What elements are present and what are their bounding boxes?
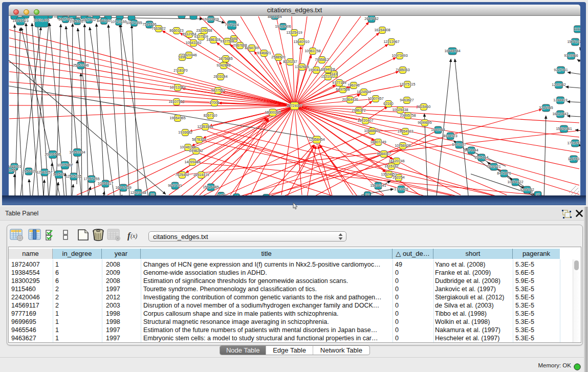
svg-text:7663822: 7663822 <box>151 27 165 30</box>
svg-text:8660123: 8660123 <box>169 29 183 32</box>
svg-text:9329966: 9329966 <box>564 54 578 57</box>
svg-text:10975867: 10975867 <box>57 163 73 167</box>
svg-text:2588520: 2588520 <box>271 55 285 59</box>
svg-text:99: 99 <box>150 193 155 195</box>
svg-text:8813054: 8813054 <box>268 16 281 18</box>
svg-text:10046788: 10046788 <box>180 145 195 149</box>
svg-text:6497568: 6497568 <box>336 87 350 91</box>
svg-text:16782759: 16782759 <box>115 186 131 189</box>
svg-text:12213967: 12213967 <box>383 40 399 43</box>
svg-text:1733426: 1733426 <box>394 187 408 191</box>
svg-text:10654122: 10654122 <box>507 180 523 184</box>
svg-text:25053346: 25053346 <box>73 63 89 67</box>
svg-text:746246: 746246 <box>347 83 359 87</box>
svg-text:15720407: 15720407 <box>357 119 373 122</box>
svg-text:17006: 17006 <box>209 101 220 104</box>
svg-text:13975115: 13975115 <box>400 82 416 86</box>
svg-text:10756928: 10756928 <box>395 144 410 147</box>
svg-text:114519: 114519 <box>53 172 65 176</box>
svg-text:13640910: 13640910 <box>293 40 309 43</box>
svg-text:9474444: 9474444 <box>464 148 478 152</box>
svg-text:8465001: 8465001 <box>9 165 21 168</box>
svg-text:16648784: 16648784 <box>444 49 460 53</box>
svg-text:1498242: 1498242 <box>189 149 203 152</box>
svg-text:2803144: 2803144 <box>213 75 227 78</box>
svg-text:3215955: 3215955 <box>539 106 553 110</box>
svg-text:1362615: 1362615 <box>295 65 309 69</box>
svg-text:2935114: 2935114 <box>475 156 489 159</box>
svg-text:12213383: 12213383 <box>169 85 185 89</box>
svg-text:8267110: 8267110 <box>204 114 217 117</box>
svg-text:12353594: 12353594 <box>197 125 213 128</box>
svg-text:1244419: 1244419 <box>553 98 567 102</box>
svg-text:9657791: 9657791 <box>168 184 182 187</box>
svg-text:19218506: 19218506 <box>275 25 291 28</box>
svg-text:3186328: 3186328 <box>206 38 220 41</box>
svg-text:7955812: 7955812 <box>315 58 329 61</box>
svg-text:6479197: 6479197 <box>452 143 466 146</box>
svg-text:143: 143 <box>331 72 337 76</box>
svg-text:8220237: 8220237 <box>283 60 297 63</box>
svg-text:9684067: 9684067 <box>377 152 390 156</box>
svg-text:10: 10 <box>234 195 238 195</box>
svg-text:8454749: 8454749 <box>245 46 258 50</box>
svg-text:7485063: 7485063 <box>396 68 409 72</box>
svg-text:10961758: 10961758 <box>304 49 320 53</box>
svg-text:16107552: 16107552 <box>168 100 184 103</box>
svg-text:1527602: 1527602 <box>82 18 96 21</box>
svg-text:12156829: 12156829 <box>20 169 36 173</box>
svg-text:10958117: 10958117 <box>98 182 114 185</box>
svg-text:7515536: 7515536 <box>142 23 156 26</box>
svg-text:13325419: 13325419 <box>286 31 302 34</box>
svg-text:19654923: 19654923 <box>397 129 413 133</box>
svg-text:9699695: 9699695 <box>418 121 431 124</box>
svg-text:19654965: 19654965 <box>169 116 185 120</box>
svg-text:17359934: 17359934 <box>69 150 85 154</box>
svg-text:9463627: 9463627 <box>400 98 413 102</box>
svg-text:20691406: 20691406 <box>33 18 49 22</box>
svg-text:9242848: 9242848 <box>216 63 230 67</box>
svg-text:16120746: 16120746 <box>388 159 404 163</box>
svg-text:15751074: 15751074 <box>567 40 580 43</box>
svg-text:17016534: 17016534 <box>567 141 580 145</box>
svg-text:7625402: 7625402 <box>175 173 189 177</box>
svg-text:9146821: 9146821 <box>257 51 271 55</box>
svg-text:10543392: 10543392 <box>185 41 201 45</box>
svg-text:9115460: 9115460 <box>417 105 431 108</box>
svg-text:6794028: 6794028 <box>321 68 335 71</box>
svg-text:23495758: 23495758 <box>400 114 416 117</box>
svg-text:2986372: 2986372 <box>352 108 365 112</box>
svg-text:12358454: 12358454 <box>309 138 324 141</box>
svg-text:1615132: 1615132 <box>384 164 398 168</box>
svg-text:1916682: 1916682 <box>178 130 192 134</box>
svg-text:62160: 62160 <box>383 102 394 105</box>
svg-text:7357224: 7357224 <box>225 23 238 27</box>
svg-text:10307457: 10307457 <box>367 97 383 100</box>
svg-text:9245052: 9245052 <box>520 188 534 191</box>
svg-text:17957255: 17957255 <box>83 177 99 181</box>
svg-text:116753: 116753 <box>568 157 580 161</box>
svg-text:5878334: 5878334 <box>192 138 206 141</box>
svg-text:18300295: 18300295 <box>265 111 280 114</box>
svg-text:15136141: 15136141 <box>370 184 386 187</box>
svg-text:16033809: 16033809 <box>203 17 219 21</box>
svg-text:16914479: 16914479 <box>193 173 209 177</box>
svg-text:252254: 252254 <box>393 176 404 179</box>
svg-text:1640954: 1640954 <box>431 128 445 132</box>
svg-text:9427552: 9427552 <box>211 89 225 92</box>
svg-text:1875645: 1875645 <box>219 57 232 60</box>
svg-text:90: 90 <box>365 193 369 195</box>
svg-text:92450: 92450 <box>216 193 226 195</box>
svg-text:9777169: 9777169 <box>332 81 346 84</box>
svg-text:23226058: 23226058 <box>196 29 212 32</box>
svg-text:1209382: 1209382 <box>552 83 565 86</box>
svg-text:9396: 9396 <box>178 55 186 59</box>
svg-text:18724007: 18724007 <box>287 104 302 107</box>
svg-text:2687682: 2687682 <box>364 17 378 20</box>
svg-text:10719155: 10719155 <box>111 20 126 24</box>
svg-text:39155: 39155 <box>9 168 16 172</box>
svg-text:9227341: 9227341 <box>554 68 568 72</box>
svg-text:10025438: 10025438 <box>392 108 408 112</box>
svg-text:1824534: 1824534 <box>357 90 371 94</box>
svg-text:16210643: 16210643 <box>552 112 568 116</box>
